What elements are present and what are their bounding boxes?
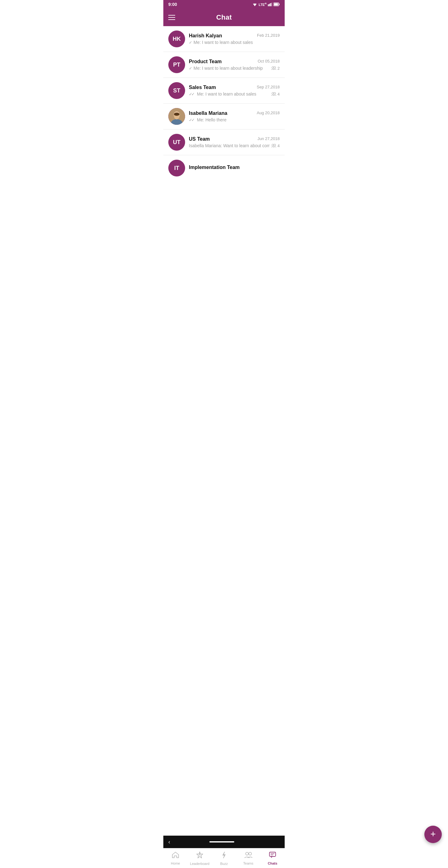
nav-buzz[interactable]: Buzz — [212, 851, 236, 866]
chat-content-isabella-mariana: Isabella Mariana Aug 20,2018 ✓✓ Me: Hell… — [189, 111, 280, 122]
svg-point-10 — [274, 67, 276, 68]
group-icon — [271, 144, 276, 148]
chat-item-implementation-team[interactable]: IT Implementation Team — [163, 155, 285, 181]
svg-rect-25 — [269, 852, 276, 857]
svg-rect-5 — [271, 2, 272, 6]
nav-teams[interactable]: Teams — [236, 851, 260, 865]
signal-icon — [268, 2, 272, 6]
chat-preview: Isabella Mariana: Want to learn about co… — [189, 143, 270, 148]
check-icon: ✓ — [189, 66, 192, 71]
member-count: 2 — [271, 66, 280, 71]
avatar-product-team: PT — [168, 56, 185, 73]
chat-item-harish-kalyan[interactable]: HK Harish Kalyan Feb 21,2019 ✓ Me: I wan… — [163, 26, 285, 52]
group-icon — [271, 66, 276, 70]
home-icon — [172, 851, 179, 860]
lte-label: LTER — [259, 2, 267, 6]
back-arrow[interactable]: ‹ — [168, 839, 170, 845]
nav-leaderboard[interactable]: Leaderboard — [188, 851, 212, 866]
chat-content-implementation-team: Implementation Team — [189, 165, 280, 172]
svg-rect-4 — [270, 3, 271, 6]
status-time: 9:00 — [168, 2, 177, 7]
teams-label: Teams — [243, 862, 253, 865]
member-count: 4 — [271, 92, 280, 96]
chat-date: Feb 21,2019 — [257, 33, 280, 38]
svg-point-9 — [272, 67, 274, 68]
svg-rect-3 — [269, 4, 270, 6]
chats-label: Chats — [268, 862, 278, 865]
svg-point-18 — [272, 144, 274, 146]
chat-preview: ✓ Me: I want to learn about leadership — [189, 66, 263, 71]
chat-item-isabella-mariana[interactable]: Isabella Mariana Aug 20,2018 ✓✓ Me: Hell… — [163, 104, 285, 129]
chat-name: Product Team — [189, 59, 222, 64]
chat-date: Oct 05,2018 — [258, 59, 280, 63]
home-pill[interactable] — [210, 841, 234, 842]
chat-item-product-team[interactable]: PT Product Team Oct 05,2018 ✓ Me: I want… — [163, 52, 285, 78]
double-check-icon: ✓✓ — [189, 118, 194, 122]
chat-preview: ✓ Me: I want to learn about sales — [189, 40, 253, 45]
menu-button[interactable] — [168, 15, 175, 20]
wifi-icon — [252, 2, 257, 6]
buzz-icon — [221, 851, 227, 861]
nav-home[interactable]: Home — [163, 851, 188, 865]
chat-list: HK Harish Kalyan Feb 21,2019 ✓ Me: I wan… — [163, 26, 285, 221]
chat-content-us-team: US Team Jun 27,2018 Isabella Mariana: Wa… — [189, 136, 280, 148]
member-count: 4 — [271, 144, 280, 148]
status-icons: LTER — [252, 2, 280, 6]
chat-content-harish-kalyan: Harish Kalyan Feb 21,2019 ✓ Me: I want t… — [189, 33, 280, 45]
avatar-isabella-mariana — [168, 108, 185, 125]
chat-date: Sep 27,2018 — [257, 85, 280, 89]
chat-preview: ✓✓ Me: I want to learn about sales — [189, 92, 256, 96]
chat-item-sales-team[interactable]: ST Sales Team Sep 27,2018 ✓✓ Me: I want … — [163, 78, 285, 104]
svg-rect-8 — [274, 3, 278, 6]
svg-point-24 — [249, 852, 252, 855]
svg-point-19 — [274, 144, 276, 146]
svg-rect-2 — [268, 4, 269, 6]
chat-name: US Team — [189, 136, 210, 142]
avatar-sales-team: ST — [168, 82, 185, 99]
header: Chat — [163, 9, 285, 26]
system-bar: ‹ — [163, 836, 285, 848]
avatar-us-team: UT — [168, 134, 185, 151]
double-check-icon: ✓✓ — [189, 92, 194, 96]
svg-point-17 — [174, 113, 180, 116]
nav-chats[interactable]: Chats — [260, 851, 285, 865]
chat-content-sales-team: Sales Team Sep 27,2018 ✓✓ Me: I want to … — [189, 85, 280, 96]
chat-name: Sales Team — [189, 85, 216, 90]
chat-name: Isabella Mariana — [189, 111, 227, 116]
leaderboard-label: Leaderboard — [190, 862, 210, 866]
avatar-harish-kalyan: HK — [168, 31, 185, 47]
chat-date: Jun 27,2018 — [257, 136, 280, 141]
home-label: Home — [171, 862, 180, 865]
group-icon — [271, 92, 276, 96]
chat-preview: ✓✓ Me: Hello there — [189, 117, 226, 122]
svg-point-12 — [274, 92, 276, 94]
svg-point-23 — [246, 852, 249, 855]
chat-item-us-team[interactable]: UT US Team Jun 27,2018 Isabella Mariana:… — [163, 129, 285, 155]
teams-icon — [244, 851, 252, 860]
check-icon: ✓ — [189, 40, 192, 45]
avatar-implementation-team: IT — [168, 160, 185, 177]
chat-name: Implementation Team — [189, 165, 239, 170]
buzz-label: Buzz — [220, 862, 228, 866]
chat-name: Harish Kalyan — [189, 33, 222, 39]
avatar-photo — [168, 108, 185, 125]
svg-point-11 — [272, 92, 274, 94]
chats-icon — [269, 851, 276, 860]
chat-date: Aug 20,2018 — [257, 111, 280, 115]
battery-icon — [274, 2, 280, 6]
page-title: Chat — [216, 13, 232, 22]
status-bar: 9:00 LTER — [163, 0, 285, 9]
svg-rect-7 — [279, 4, 280, 5]
leaderboard-icon — [196, 851, 203, 861]
chat-content-product-team: Product Team Oct 05,2018 ✓ Me: I want to… — [189, 59, 280, 71]
bottom-nav: Home Leaderboard Buzz T — [163, 848, 285, 868]
